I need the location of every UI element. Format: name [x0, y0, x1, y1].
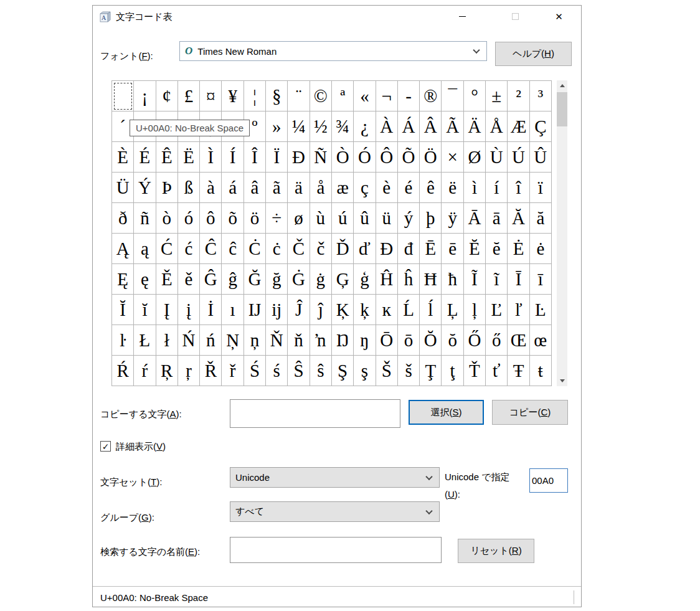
- char-cell[interactable]: Ľ: [486, 295, 508, 325]
- char-cell[interactable]: Ť: [464, 356, 486, 386]
- char-cell[interactable]: Ą: [112, 234, 134, 264]
- char-cell[interactable]: ń: [200, 325, 222, 356]
- char-cell[interactable]: ć: [178, 234, 200, 264]
- char-cell[interactable]: ĭ: [134, 295, 156, 325]
- char-cell[interactable]: ř: [222, 356, 244, 386]
- char-cell[interactable]: Đ: [376, 234, 398, 264]
- char-cell[interactable]: Ń: [178, 325, 200, 356]
- char-cell[interactable]: ő: [486, 325, 508, 356]
- char-cell[interactable]: î: [508, 173, 529, 203]
- char-cell[interactable]: Ĭ: [112, 295, 134, 325]
- char-cell[interactable]: Ę: [112, 264, 134, 295]
- char-cell[interactable]: Ŋ: [332, 325, 354, 356]
- char-cell[interactable]: Ň: [266, 325, 288, 356]
- char-cell[interactable]: Õ: [398, 142, 420, 173]
- char-cell[interactable]: ô: [200, 203, 222, 234]
- char-cell[interactable]: ŗ: [178, 356, 200, 386]
- char-cell[interactable]: Ó: [354, 142, 376, 173]
- char-cell[interactable]: È: [112, 142, 134, 173]
- char-cell[interactable]: ħ: [442, 264, 463, 295]
- char-cell[interactable]: ä: [288, 173, 310, 203]
- char-cell[interactable]: Æ: [508, 111, 529, 142]
- char-cell[interactable]: ĥ: [398, 264, 420, 295]
- char-cell[interactable]: ð: [112, 203, 134, 234]
- font-select[interactable]: O Times New Roman: [179, 41, 487, 61]
- char-cell[interactable]: Ĳ: [244, 295, 266, 325]
- char-cell[interactable]: ď: [354, 234, 376, 264]
- char-cell[interactable]: Ţ: [420, 356, 442, 386]
- char-cell[interactable]: Ş: [332, 356, 354, 386]
- char-cell[interactable]: ë: [442, 173, 463, 203]
- char-cell[interactable]: Ķ: [332, 295, 354, 325]
- unicode-goto-input[interactable]: [529, 468, 568, 493]
- char-cell[interactable]: ŏ: [442, 325, 463, 356]
- char-cell[interactable]: Å: [486, 111, 508, 142]
- char-cell[interactable]: ī: [530, 264, 552, 295]
- char-cell[interactable]: Ē: [420, 234, 442, 264]
- char-cell[interactable]: ç: [354, 173, 376, 203]
- char-cell[interactable]: Ğ: [244, 264, 266, 295]
- char-cell[interactable]: ¥: [222, 81, 244, 111]
- copy-button[interactable]: コピー(C): [492, 400, 568, 425]
- char-cell[interactable]: »: [266, 111, 288, 142]
- char-cell[interactable]: Ŝ: [288, 356, 310, 386]
- char-cell[interactable]: Ü: [112, 173, 134, 203]
- char-cell[interactable]: Ã: [442, 111, 463, 142]
- char-cell[interactable]: É: [134, 142, 156, 173]
- char-cell[interactable]: á: [222, 173, 244, 203]
- char-cell[interactable]: Ś: [244, 356, 266, 386]
- char-cell[interactable]: Ñ: [310, 142, 332, 173]
- help-button[interactable]: ヘルプ(H): [495, 42, 572, 66]
- char-cell[interactable]: Ġ: [288, 264, 310, 295]
- char-cell[interactable]: ÿ: [442, 203, 463, 234]
- char-cell[interactable]: ×: [442, 142, 463, 173]
- char-cell[interactable]: ĳ: [266, 295, 288, 325]
- char-cell[interactable]: Ŗ: [156, 356, 178, 386]
- char-cell[interactable]: š: [398, 356, 420, 386]
- char-cell[interactable]: ö: [244, 203, 266, 234]
- char-cell[interactable]: Û: [530, 142, 552, 173]
- char-cell[interactable]: û: [354, 203, 376, 234]
- char-cell[interactable]: ¯: [442, 81, 463, 111]
- char-cell[interactable]: ñ: [134, 203, 156, 234]
- char-cell[interactable]: ś: [266, 356, 288, 386]
- grid-scrollbar[interactable]: [557, 80, 567, 386]
- char-cell[interactable]: Ø: [464, 142, 486, 173]
- char-cell[interactable]: ³: [530, 81, 552, 111]
- char-cell[interactable]: Ë: [178, 142, 200, 173]
- char-cell[interactable]: Ô: [376, 142, 398, 173]
- char-cell[interactable]: Ú: [508, 142, 529, 173]
- char-cell[interactable]: ¨: [288, 81, 310, 111]
- char-cell[interactable]: Č: [288, 234, 310, 264]
- char-cell[interactable]: ¿: [354, 111, 376, 142]
- char-cell[interactable]: ú: [332, 203, 354, 234]
- group-select[interactable]: すべて: [230, 501, 440, 522]
- char-cell[interactable]: æ: [332, 173, 354, 203]
- char-cell[interactable]: Ī: [508, 264, 529, 295]
- char-cell[interactable]: Ĕ: [464, 234, 486, 264]
- char-cell[interactable]: Ò: [332, 142, 354, 173]
- char-cell[interactable]: ó: [178, 203, 200, 234]
- char-cell[interactable]: Ð: [288, 142, 310, 173]
- char-cell[interactable]: İ: [200, 295, 222, 325]
- char-cell[interactable]: Ĵ: [288, 295, 310, 325]
- search-input[interactable]: [230, 537, 442, 563]
- char-cell[interactable]: ň: [288, 325, 310, 356]
- char-cell[interactable]: ĩ: [486, 264, 508, 295]
- char-cell[interactable]: œ: [530, 325, 552, 356]
- char-cell[interactable]: £: [178, 81, 200, 111]
- char-cell[interactable]: ï: [530, 173, 552, 203]
- char-cell[interactable]: À: [376, 111, 398, 142]
- char-cell[interactable]: Ċ: [244, 234, 266, 264]
- char-cell[interactable]: ŀ: [112, 325, 134, 356]
- char-cell[interactable]: ĝ: [222, 264, 244, 295]
- char-cell[interactable]: é: [398, 173, 420, 203]
- char-cell[interactable]: ľ: [508, 295, 529, 325]
- char-cell[interactable]: Â: [420, 111, 442, 142]
- char-cell[interactable]: Ĩ: [464, 264, 486, 295]
- char-cell[interactable]: «: [354, 81, 376, 111]
- char-cell[interactable]: í: [486, 173, 508, 203]
- char-cell[interactable]: ²: [508, 81, 529, 111]
- char-cell[interactable]: Ő: [464, 325, 486, 356]
- char-cell[interactable]: [112, 81, 134, 111]
